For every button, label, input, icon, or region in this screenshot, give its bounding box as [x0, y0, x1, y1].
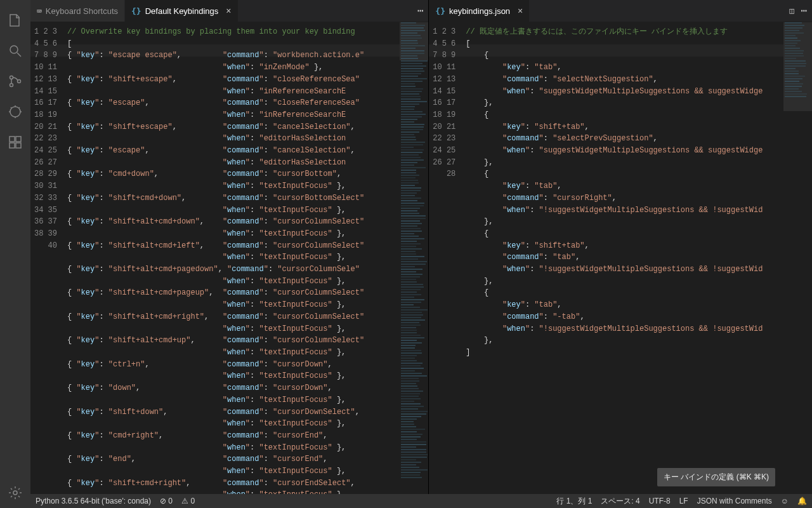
search-icon[interactable] — [0, 36, 30, 66]
json-icon: {} — [435, 6, 445, 16]
svg-rect-5 — [10, 137, 15, 142]
keyboard-icon: ⌨ — [37, 6, 42, 16]
status-indent[interactable]: スペース: 4 — [601, 496, 639, 507]
debug-icon[interactable] — [0, 97, 30, 127]
svg-point-9 — [13, 491, 17, 495]
minimap[interactable] — [783, 22, 812, 494]
svg-rect-7 — [10, 143, 15, 148]
define-keybinding-button[interactable]: キー バインドの定義 (⌘K ⌘K) — [657, 468, 775, 486]
line-gutter: 1 2 3 4 5 6 7 8 9 10 11 12 13 14 15 16 1… — [429, 22, 462, 494]
files-icon[interactable] — [0, 5, 30, 36]
minimap[interactable] — [400, 22, 428, 494]
svg-point-0 — [10, 46, 18, 53]
svg-point-4 — [10, 107, 20, 117]
status-warnings[interactable]: ⚠ 0 — [181, 497, 195, 505]
gear-icon[interactable] — [0, 478, 30, 508]
editor-left[interactable]: 1 2 3 4 5 6 7 8 9 10 11 12 13 14 15 16 1… — [30, 22, 428, 494]
code-area[interactable]: // Overwrite key bindings by placing the… — [63, 22, 400, 494]
tab-label: keybindings.json — [449, 6, 510, 16]
tabstrip-right: {}keybindings.json× ◫ ⋯ — [429, 0, 812, 22]
line-gutter: 1 2 3 4 5 6 7 8 9 10 11 12 13 14 15 16 1… — [30, 22, 63, 494]
source-control-icon[interactable] — [0, 66, 30, 97]
more-icon[interactable]: ⋯ — [801, 4, 807, 17]
close-icon[interactable]: × — [226, 6, 231, 16]
status-ln-col[interactable]: 行 1、列 1 — [556, 496, 592, 507]
bell-icon[interactable]: 🔔 — [797, 497, 807, 505]
tab-keyboard-shortcuts[interactable]: ⌨Keyboard Shortcuts — [30, 0, 125, 22]
tab-keybindings-json[interactable]: {}keybindings.json× — [429, 0, 530, 22]
status-bar: Python 3.6.5 64-bit ('base': conda) ⊘ 0 … — [30, 494, 812, 508]
tab-default-keybindings[interactable]: {}Default Keybindings× — [125, 0, 238, 22]
tab-label: Default Keybindings — [145, 6, 219, 16]
feedback-icon[interactable]: ☺ — [781, 497, 789, 505]
svg-point-2 — [10, 84, 13, 87]
status-errors[interactable]: ⊘ 0 — [160, 497, 173, 505]
svg-rect-8 — [16, 143, 21, 148]
code-area[interactable]: // 既定値を上書きするには、このファイル内にキー バインドを挿入します [ {… — [462, 22, 783, 494]
status-python[interactable]: Python 3.6.5 64-bit ('base': conda) — [36, 497, 151, 505]
json-icon: {} — [131, 6, 141, 16]
status-language[interactable]: JSON with Comments — [697, 497, 772, 505]
extensions-icon[interactable] — [0, 127, 30, 157]
close-icon[interactable]: × — [518, 6, 523, 16]
tabstrip-left: ⌨Keyboard Shortcuts{}Default Keybindings… — [30, 0, 428, 22]
split-editor-icon[interactable]: ◫ — [790, 6, 795, 16]
status-encoding[interactable]: UTF-8 — [649, 497, 671, 505]
more-icon[interactable]: ⋯ — [417, 4, 424, 17]
svg-rect-6 — [16, 137, 21, 142]
svg-point-1 — [10, 76, 13, 79]
editor-right[interactable]: 1 2 3 4 5 6 7 8 9 10 11 12 13 14 15 16 1… — [429, 22, 812, 494]
activity-bar — [0, 0, 30, 508]
status-eol[interactable]: LF — [679, 497, 688, 505]
tab-label: Keyboard Shortcuts — [46, 6, 118, 16]
editor-pane-right: {}keybindings.json× ◫ ⋯ 1 2 3 4 5 6 7 8 … — [429, 0, 812, 494]
editor-pane-left: ⌨Keyboard Shortcuts{}Default Keybindings… — [30, 0, 429, 494]
